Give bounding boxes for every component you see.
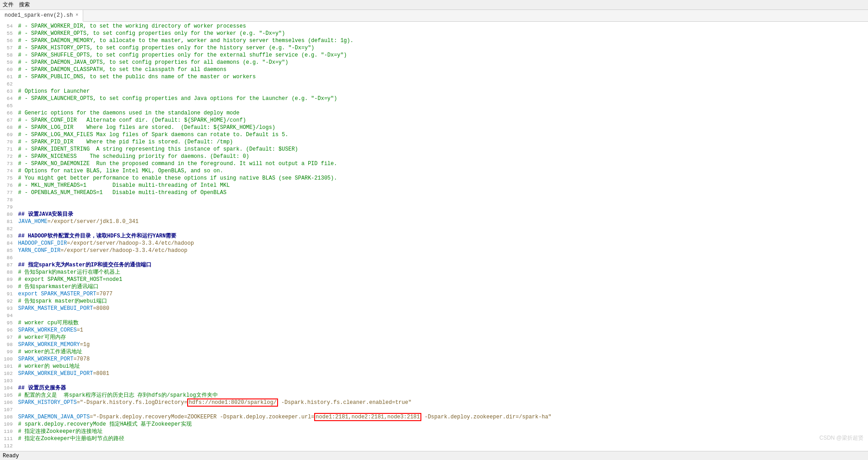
tab-bar: node1_spark-env(2).sh × [0,10,868,22]
line-content: # - SPARK_IDENT_STRING A string represen… [16,146,868,153]
table-row: 56# - SPARK_DAEMON_MEMORY, to allocate t… [0,37,868,44]
line-content: SPARK_WORKER_PORT=7078 [16,356,868,363]
line-number: 100 [0,356,16,363]
table-row: 89# export SPARK_MASTER_HOST=node1 [0,276,868,283]
line-number: 85 [0,247,16,254]
tab-label: node1_spark-env(2).sh [5,12,73,19]
editor-area: 54# - SPARK_WORKER_DIR, to set the worki… [0,22,868,451]
line-content: SPARK_WORKER_WEBUI_PORT=8081 [16,370,868,377]
table-row: 81JAVA_HOME=/export/server/jdk1.8.0_341 [0,218,868,225]
line-content: # 配置的含义是 将spark程序运行的历史日志 存到hdfs的/sparklo… [16,392,868,399]
table-row: 93SPARK_MASTER_WEBUI_PORT=8080 [0,305,868,312]
table-row: 101# worker的 webui地址 [0,363,868,370]
line-number: 60 [0,66,16,73]
line-number: 108 [0,413,16,421]
line-number: 106 [0,399,16,406]
line-number: 74 [0,167,16,175]
line-number: 67 [0,117,16,124]
line-number: 89 [0,276,16,283]
table-row: 85YARN_CONF_DIR=/export/server/hadoop-3.… [0,247,868,254]
tab-file[interactable]: node1_spark-env(2).sh × [0,10,83,22]
table-row: 103 [0,377,868,384]
line-number: 59 [0,59,16,66]
line-number: 103 [0,377,16,384]
table-row: 104## 设置历史服务器 [0,384,868,392]
line-number: 109 [0,421,16,428]
table-row: 96SPARK_WORKER_CORES=1 [0,327,868,334]
line-number: 79 [0,204,16,211]
line-content: # worker的工作通讯地址 [16,348,868,356]
table-row: 95# worker cpu可用核数 [0,319,868,327]
table-row: 97# worker可用内存 [0,334,868,341]
line-content: SPARK_WORKER_MEMORY=1g [16,341,868,348]
table-row: 55# - SPARK_WORKER_OPTS, to set config p… [0,30,868,37]
table-row: 75# You might get better performance to … [0,175,868,182]
line-content: # - SPARK_LOG_DIR Where log files are st… [16,124,868,131]
line-content: YARN_CONF_DIR=/export/server/hadoop-3.3.… [16,247,868,254]
line-content: # Options for Launcher [16,88,868,95]
line-number: 88 [0,269,16,276]
line-content: # - SPARK_NICENESS The scheduling priori… [16,153,868,160]
line-number: 70 [0,138,16,146]
line-content: # 告知Spark的master运行在哪个机器上 [16,269,868,276]
table-row: 61# - SPARK_PUBLIC_DNS, to set the publi… [0,73,868,81]
line-number: 71 [0,146,16,153]
line-content: # 指定连接Zookeeper的连接地址 [16,428,868,435]
table-row: 73# - SPARK_NO_DAEMONIZE Run the propose… [0,160,868,167]
table-row: 84HADOOP_CONF_DIR=/export/server/hadoop-… [0,240,868,247]
table-row: 82 [0,225,868,232]
line-content: # 指定在Zookeeper中注册临时节点的路径 [16,435,868,442]
table-row: 86 [0,254,868,261]
line-number: 72 [0,153,16,160]
table-row: 62 [0,81,868,88]
table-row: 70# - SPARK_PID_DIR Where the pid file i… [0,138,868,146]
line-number: 55 [0,30,16,37]
table-row: 83## HADOOP软件配置文件目录，读取HDFS上文件和运行YARN需要 [0,232,868,240]
table-row: 60# - SPARK_DAEMON_CLASSPATH, to set the… [0,66,868,73]
line-number: 90 [0,283,16,290]
table-row: 99# worker的工作通讯地址 [0,348,868,356]
line-content: # 告知sparkmaster的通讯端口 [16,283,868,290]
table-row: 54# - SPARK_WORKER_DIR, to set the worki… [0,23,868,30]
line-content: # - SPARK_DAEMON_MEMORY, to allocate to … [16,37,868,44]
line-number: 97 [0,334,16,341]
table-row: 69# - SPARK_LOG_MAX_FILES Max log files … [0,131,868,138]
line-content: SPARK_MASTER_WEBUI_PORT=8080 [16,305,868,312]
menu-search[interactable]: 搜索 [19,1,30,9]
menu-file[interactable]: 文件 [3,1,14,9]
line-number: 94 [0,312,16,319]
line-number: 82 [0,225,16,232]
line-number: 110 [0,428,16,435]
line-content: # export SPARK_MASTER_HOST=node1 [16,276,868,283]
table-row: 105# 配置的含义是 将spark程序运行的历史日志 存到hdfs的/spar… [0,392,868,399]
close-icon[interactable]: × [75,13,78,18]
table-row: 64# - SPARK_LAUNCHER_OPTS, to set config… [0,95,868,102]
line-number: 57 [0,44,16,52]
status-bar: Ready [0,451,868,460]
line-content: # worker cpu可用核数 [16,319,868,327]
line-content: # worker的 webui地址 [16,363,868,370]
line-content: # - SPARK_DAEMON_CLASSPATH, to set the c… [16,66,868,73]
table-row: 72# - SPARK_NICENESS The scheduling prio… [0,153,868,160]
table-row: 112 [0,442,868,450]
line-content: # - SPARK_PID_DIR Where the pid file is … [16,138,868,146]
table-row: 66# Generic options for the daemons used… [0,109,868,117]
line-content: SPARK_HISTORY_OPTS="-Dspark.history.fs.l… [16,399,868,406]
line-number: 76 [0,182,16,189]
table-row: 98SPARK_WORKER_MEMORY=1g [0,341,868,348]
line-content: export SPARK_MASTER_PORT=7077 [16,290,868,298]
line-number: 111 [0,435,16,442]
line-content: # - SPARK_WORKER_OPTS, to set config pro… [16,30,868,37]
line-content: # - MKL_NUM_THREADS=1 Disable multi-thre… [16,182,868,189]
table-row: 63# Options for Launcher [0,88,868,95]
line-content: ## HADOOP软件配置文件目录，读取HDFS上文件和运行YARN需要 [16,232,868,240]
table-row: 74# Options for native BLAS, like Intel … [0,167,868,175]
line-number: 65 [0,102,16,109]
line-content: # - SPARK_HISTORY_OPTS, to set config pr… [16,44,868,52]
line-content: # - SPARK_SHUFFLE_OPTS, to set config pr… [16,52,868,59]
line-content: # Generic options for the daemons used i… [16,109,868,117]
line-number: 66 [0,109,16,117]
line-content: # - SPARK_NO_DAEMONIZE Run the proposed … [16,160,868,167]
code-content[interactable]: 54# - SPARK_WORKER_DIR, to set the worki… [0,22,868,451]
table-row: 91export SPARK_MASTER_PORT=7077 [0,290,868,298]
